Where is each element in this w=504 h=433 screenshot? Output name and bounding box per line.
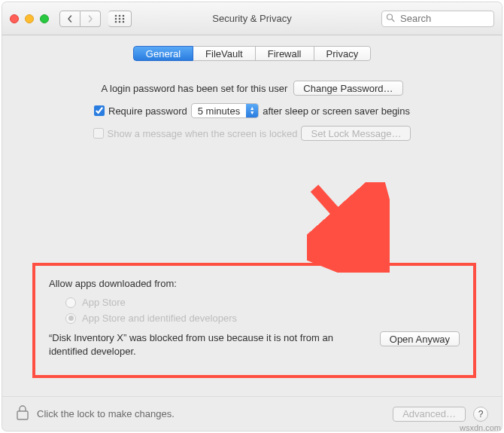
chevron-right-icon (87, 15, 94, 23)
set-lock-message-button: Set Lock Message… (301, 126, 411, 141)
allow-apps-heading: Allow apps downloaded from: (49, 278, 460, 289)
tab-general[interactable]: General (133, 46, 193, 61)
minimize-button[interactable] (25, 14, 34, 23)
show-message-checkbox[interactable] (93, 128, 104, 139)
lock-icon[interactable] (16, 404, 29, 423)
search-field-wrap (381, 11, 494, 27)
show-message-label: Show a message when the screen is locked (108, 128, 298, 139)
require-password-checkbox[interactable] (94, 105, 105, 116)
allow-apps-section: Allow apps downloaded from: App Store Ap… (32, 263, 476, 378)
svg-point-0 (115, 14, 117, 17)
fullscreen-button[interactable] (40, 14, 49, 23)
svg-line-10 (392, 19, 394, 21)
open-anyway-button[interactable]: Open Anyway (380, 331, 460, 346)
radio-appstore-label: App Store (82, 297, 126, 308)
grid-icon (114, 14, 125, 23)
blocked-app-row: “Disk Inventory X” was blocked from use … (49, 331, 460, 358)
require-password-delay-select[interactable]: 5 minutes ▲▼ (191, 103, 259, 118)
login-password-row: A login password has been set for this u… (14, 81, 490, 96)
svg-point-2 (123, 14, 125, 17)
radio-appstore (65, 297, 76, 308)
advanced-button: Advanced… (393, 407, 466, 422)
preferences-window: Security & Privacy General FileVault Fir… (2, 2, 502, 431)
search-icon (386, 13, 395, 24)
tab-firewall[interactable]: Firewall (256, 46, 314, 61)
watermark: wsxdn.com (460, 423, 501, 432)
forward-button[interactable] (80, 11, 101, 27)
annotation-arrow (307, 182, 390, 273)
svg-point-9 (387, 14, 393, 20)
close-button[interactable] (10, 14, 19, 23)
tab-filevault[interactable]: FileVault (193, 46, 256, 61)
allow-option-identified: App Store and identified developers (65, 313, 460, 324)
radio-identified-label: App Store and identified developers (82, 313, 237, 324)
radio-identified (65, 313, 76, 324)
change-password-button[interactable]: Change Password… (293, 81, 402, 96)
svg-point-7 (119, 20, 121, 23)
require-password-row: Require password 5 minutes ▲▼ after slee… (14, 103, 490, 118)
chevron-left-icon (66, 15, 74, 23)
svg-point-1 (119, 14, 121, 17)
tab-privacy[interactable]: Privacy (314, 46, 372, 61)
svg-point-5 (123, 17, 125, 20)
nav-buttons (59, 11, 101, 27)
search-input[interactable] (381, 11, 494, 27)
svg-point-8 (123, 20, 125, 23)
svg-rect-12 (17, 411, 28, 419)
footer: Click the lock to make changes. Advanced… (2, 396, 502, 431)
require-password-label: Require password (108, 105, 187, 117)
help-button[interactable]: ? (473, 407, 488, 422)
require-password-delay-value: 5 minutes (192, 105, 246, 117)
svg-point-3 (115, 17, 117, 20)
lock-text: Click the lock to make changes. (37, 408, 385, 419)
content-area: General FileVault Firewall Privacy A log… (2, 35, 502, 396)
svg-line-11 (314, 188, 376, 258)
blocked-app-text: “Disk Inventory X” was blocked from use … (49, 331, 371, 358)
require-password-suffix: after sleep or screen saver begins (263, 105, 410, 117)
show-message-row: Show a message when the screen is locked… (14, 126, 490, 141)
login-password-text: A login password has been set for this u… (101, 83, 287, 94)
back-button[interactable] (59, 11, 80, 27)
toolbar: Security & Privacy (2, 2, 502, 35)
svg-point-6 (115, 20, 117, 23)
window-controls (10, 14, 49, 23)
show-all-button[interactable] (108, 11, 132, 27)
allow-option-appstore: App Store (65, 297, 460, 308)
svg-point-4 (119, 17, 121, 20)
updown-arrows-icon: ▲▼ (246, 104, 258, 117)
tab-bar: General FileVault Firewall Privacy (133, 46, 371, 61)
